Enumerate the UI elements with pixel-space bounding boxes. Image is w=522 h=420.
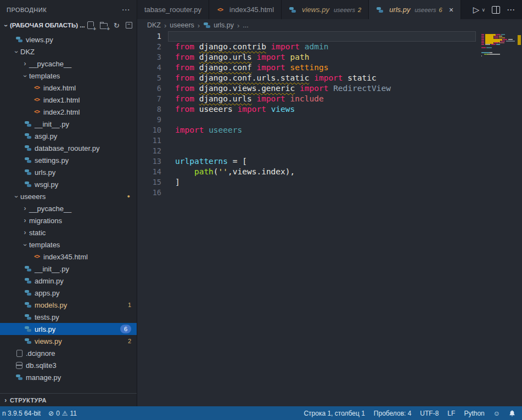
tree-item-apps.py[interactable]: apps.py [0,287,137,299]
encoding-status[interactable]: UTF-8 [420,410,439,417]
chevron-right-icon: › [2,396,10,404]
tree-item-__init__.py[interactable]: __init__.py [0,263,137,275]
tab-views.py[interactable]: views.pyuseeers2 [282,0,369,19]
eol-status[interactable]: LF [447,410,455,417]
tree-item-manage.py[interactable]: manage.py [0,371,137,383]
line-number: 1 [137,31,161,42]
tree-item-asgi.py[interactable]: asgi.py [0,130,137,142]
code-token [285,94,290,103]
breadcrumb-item-label: DKZ [147,21,161,29]
breadcrumb-item-...[interactable]: ... [243,21,248,29]
breadcrumb: DKZ›useeers›urls.py›... [137,19,522,31]
tree-item-DKZ[interactable]: ›DKZ [0,46,137,58]
tree-item-wsgi.py[interactable]: wsgi.py [0,178,137,190]
tree-item-__init__.py[interactable]: __init__.py [0,118,137,130]
code-token: import [300,84,328,93]
minimap-token [499,42,504,43]
tree-item-views.py[interactable]: views.py2 [0,335,137,347]
python-interpreter-status[interactable]: n 3.9.5 64-bit [2,410,41,417]
tree-item-label: templates [29,241,60,249]
tree-item-index.html[interactable]: <>index.html [0,82,137,94]
code-token: import [256,94,285,103]
minimap[interactable] [481,32,517,59]
tree-item-urls.py[interactable]: urls.py6 [0,323,137,335]
split-editor-icon[interactable] [492,6,500,14]
code-token [266,42,271,51]
tree-item-urls.py[interactable]: urls.py [0,166,137,178]
run-button[interactable]: ▷ [473,5,480,15]
line-text: from django.conf.urls.static import stat… [175,73,377,83]
error-count: 0 [56,410,60,417]
line-text: from django.urls import include [175,94,324,104]
tree-item-db.sqlite3[interactable]: db.sqlite3 [0,359,137,371]
tree-item-index345.html[interactable]: <>index345.html [0,251,137,263]
collapse-all-icon[interactable] [126,22,132,29]
tree-item-__pycache__[interactable]: ›__pycache__ [0,202,137,214]
outline-section-header[interactable]: › СТРУКТУРА [0,393,137,406]
line-number: 13 [137,156,161,167]
minimap-token [481,34,484,35]
explorer-sidebar: ПРОВОДНИК ⋯ › (РАБОЧАЯ ОБЛАСТЬ) ... ↻ vi… [0,0,137,406]
feedback-icon[interactable]: ☺ [493,410,500,417]
new-file-icon[interactable] [87,21,94,29]
python-file-icon [289,6,296,14]
tree-item-migrations[interactable]: ›migrations [0,214,137,226]
tree-item-tests.py[interactable]: tests.py [0,311,137,323]
code-token: useeers [209,126,242,134]
code-token: from [175,94,194,103]
minimap-token [491,44,496,45]
tree-item-index2.html[interactable]: <>index2.html [0,106,137,118]
tree-item-templates[interactable]: ›templates [0,239,137,251]
code-token [309,73,314,82]
line-text: from useeers import views [175,104,295,115]
notifications-bell-icon[interactable] [509,410,515,417]
code-token [300,42,305,51]
tree-item-__pycache__[interactable]: ›__pycache__ [0,58,137,70]
tree-item-database_roouter.py[interactable]: database_roouter.py [0,142,137,154]
tab-index345.html[interactable]: <>index345.html [209,0,282,19]
tab-urls.py[interactable]: urls.pyuseeers6× [369,0,461,19]
tree-item-index1.html[interactable]: <>index1.html [0,94,137,106]
refresh-icon[interactable]: ↻ [114,22,120,29]
new-folder-icon[interactable] [100,21,108,29]
run-dropdown-icon[interactable]: ∨ [481,7,485,13]
tab-folder-hint: useeers [414,7,436,13]
html-file-icon: <> [216,6,224,14]
indentation-status[interactable]: Пробелов: 4 [374,410,412,417]
code-line: 3from django.urls import path [137,52,522,63]
tree-item-views.py[interactable]: views.py [0,33,137,46]
breadcrumb-item-useeers[interactable]: useeers [170,21,194,29]
language-status[interactable]: Python [464,410,484,417]
line-text: from django.urls import path [175,52,309,63]
code-token [285,53,290,61]
minimap-token [508,39,513,40]
tab-tabase_roouter.py[interactable]: tabase_roouter.py [137,0,209,19]
tree-item-label: admin.py [35,277,64,285]
tree-item-admin.py[interactable]: admin.py [0,275,137,287]
close-icon[interactable]: × [449,5,453,14]
tree-item-static[interactable]: ›static [0,226,137,239]
breadcrumb-item-urls.py[interactable]: urls.py [203,21,234,29]
problems-status[interactable]: ⊘ 0 ⚠ 11 [48,410,77,417]
breadcrumb-item-DKZ[interactable]: DKZ [147,21,161,29]
python-file-icon [24,132,32,140]
tree-item-label: views.py [26,36,53,44]
workspace-label: (РАБОЧАЯ ОБЛАСТЬ) ... [10,22,85,29]
tree-item-label: index2.html [43,108,80,116]
cursor-position-status[interactable]: Строка 1, столбец 1 [304,410,364,417]
tree-item-models.py[interactable]: models.py1 [0,299,137,311]
breadcrumb-item-label: urls.py [214,21,234,29]
minimap-token [481,44,484,45]
tree-item-label: templates [29,72,60,80]
tree-item-templates[interactable]: ›templates [0,70,137,82]
tree-item-useeers[interactable]: ›useeers● [0,190,137,202]
code-editor[interactable]: 12from django.contrib import admin3from … [137,31,522,406]
code-token: path [290,53,310,61]
tab-label: urls.py [389,5,410,14]
editor-more-icon[interactable]: ⋯ [507,5,515,15]
workspace-section-header[interactable]: › (РАБОЧАЯ ОБЛАСТЬ) ... ↻ [0,19,137,31]
tree-item-.dcignore[interactable]: .dcignore [0,347,137,359]
explorer-more-actions-icon[interactable]: ⋯ [122,5,131,15]
tree-item-settings.py[interactable]: settings.py [0,154,137,166]
tree-item-label: tests.py [35,313,59,321]
